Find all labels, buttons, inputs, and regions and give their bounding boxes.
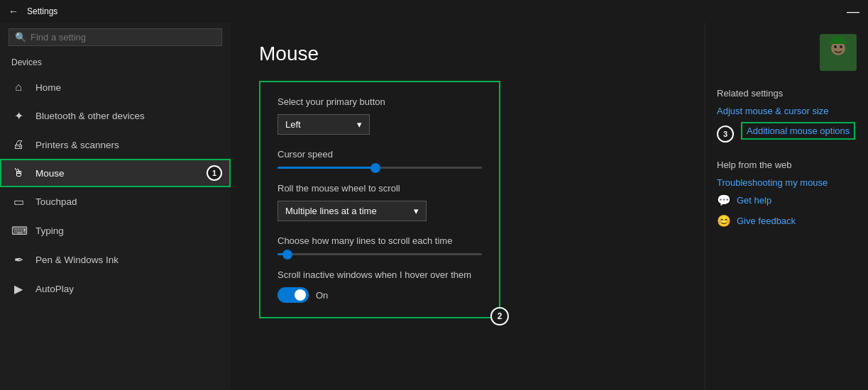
adjust-mouse-link[interactable]: Adjust mouse & cursor size [717,106,857,116]
pen-icon: ✒ [11,253,26,267]
lines-label: Choose how many lines to scroll each tim… [278,235,482,246]
feedback-icon: 😊 [717,214,731,228]
cursor-speed-track [278,167,482,169]
badge-1: 1 [207,165,222,181]
feedback-label: Give feedback [737,216,796,226]
app-body: 🔍 Devices ⌂ Home ✦ Bluetooth & other dev… [0,23,868,390]
cursor-speed-label: Cursor speed [278,149,482,160]
help-title: Help from the web [717,160,857,170]
printer-icon: 🖨 [11,138,26,151]
sidebar-item-label: AutoPlay [35,284,74,294]
lines-slider[interactable] [278,253,482,255]
main-content: Mouse Select your primary button Left ▾ … [231,23,705,390]
inactive-toggle-container: On [278,287,482,303]
inactive-toggle[interactable] [278,287,309,303]
sidebar-item-home[interactable]: ⌂ Home [0,73,231,101]
cursor-speed-slider[interactable] [278,167,482,169]
sidebar-item-mouse[interactable]: 🖱 Mouse 1 [0,159,231,187]
svg-point-3 [840,45,842,48]
search-icon: 🔍 [15,32,26,43]
sidebar: 🔍 Devices ⌂ Home ✦ Bluetooth & other dev… [0,23,231,390]
minimize-button[interactable]: — [847,5,859,18]
sidebar-item-label: Printers & scanners [35,140,119,150]
sidebar-item-label: Typing [35,225,64,236]
get-help-icon: 💬 [717,194,731,207]
badge-2: 2 [490,307,509,325]
lines-thumb[interactable] [282,250,292,260]
sidebar-item-pen[interactable]: ✒ Pen & Windows Ink [0,245,231,274]
primary-button-value: Left [285,119,301,130]
bluetooth-icon: ✦ [11,109,26,123]
related-settings-title: Related settings [717,88,857,99]
search-input[interactable] [31,32,216,43]
avatar [820,34,857,71]
typing-icon: ⌨ [11,224,26,238]
cursor-speed-thumb[interactable] [370,163,380,173]
page-title: Mouse [259,43,676,65]
app-title: Settings [27,6,57,16]
sidebar-item-touchpad[interactable]: ▭ Touchpad [0,187,231,216]
additional-mouse-link[interactable]: Additional mouse options [741,122,855,140]
sidebar-item-label: Home [35,82,61,93]
home-icon: ⌂ [11,81,26,94]
feedback-item[interactable]: 😊 Give feedback [717,214,857,228]
inactive-value: On [316,290,328,301]
chevron-down-icon-scroll: ▾ [414,206,419,216]
settings-panel: Select your primary button Left ▾ Cursor… [259,81,500,318]
sidebar-item-autoplay[interactable]: ▶ AutoPlay [0,274,231,303]
sidebar-item-label: Mouse [35,168,65,179]
chevron-down-icon: ▾ [357,119,362,130]
back-button[interactable]: ← [9,6,18,17]
inactive-scroll-row: Scroll inactive windows when I hover ove… [278,269,482,303]
inactive-label: Scroll inactive windows when I hover ove… [278,269,482,280]
autoplay-icon: ▶ [11,282,26,296]
lines-track [278,253,482,255]
svg-point-2 [834,45,837,48]
scroll-dropdown[interactable]: Multiple lines at a time ▾ [278,201,427,221]
additional-mouse-wrapper: 3 Additional mouse options [717,122,857,145]
badge-3: 3 [717,126,734,143]
sidebar-item-bluetooth[interactable]: ✦ Bluetooth & other devices [0,101,231,130]
sidebar-item-printers[interactable]: 🖨 Printers & scanners [0,130,231,159]
devices-label: Devices [0,55,231,73]
toggle-knob [295,289,306,301]
sidebar-item-label: Pen & Windows Ink [35,255,119,265]
touchpad-icon: ▭ [11,195,26,208]
scroll-value: Multiple lines at a time [285,206,377,216]
right-panel: Related settings Adjust mouse & cursor s… [705,23,868,390]
search-box[interactable]: 🔍 [9,28,222,46]
cursor-speed-fill [278,167,375,169]
sidebar-item-typing[interactable]: ⌨ Typing [0,216,231,245]
titlebar: ← Settings — [0,0,868,23]
primary-button-label: Select your primary button [278,96,482,107]
sidebar-item-label: Touchpad [35,196,77,207]
get-help-item[interactable]: 💬 Get help [717,194,857,207]
avatar-svg [820,34,857,71]
svg-rect-5 [833,37,844,43]
mouse-icon: 🖱 [11,167,26,179]
primary-button-dropdown[interactable]: Left ▾ [278,114,370,135]
sidebar-item-label: Bluetooth & other devices [35,111,145,121]
get-help-label: Get help [737,195,771,206]
scroll-label: Roll the mouse wheel to scroll [278,183,482,194]
troubleshoot-link[interactable]: Troubleshooting my mouse [717,177,857,188]
